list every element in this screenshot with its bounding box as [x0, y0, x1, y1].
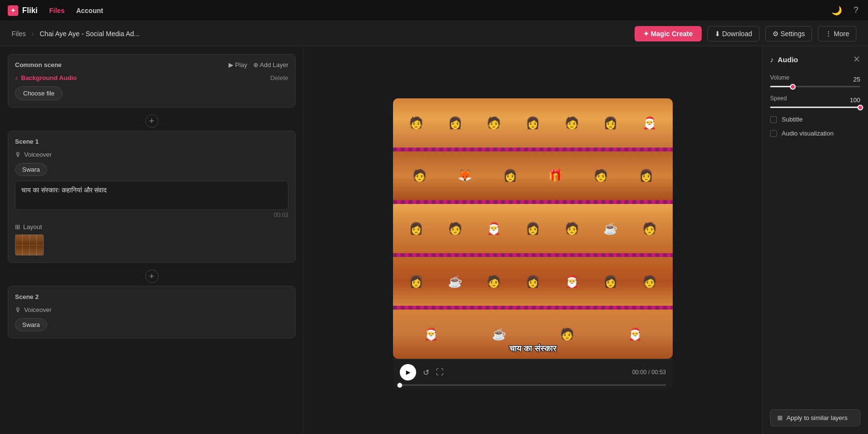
pixel-char-6: 👩	[603, 116, 618, 130]
pixel-char-11: 🎁	[548, 169, 563, 182]
dark-mode-btn[interactable]: 🌙	[829, 3, 844, 18]
rewind-btn[interactable]: ↺	[423, 368, 429, 377]
video-controls: ▶ ↺ ⛶ 00:00 / 00:53	[393, 359, 673, 390]
background-audio-row: ♪ Background Audio Delete	[15, 74, 288, 81]
common-play-btn[interactable]: ▶ Play	[229, 61, 247, 68]
pixel-char-17: 👩	[526, 222, 540, 235]
pixel-char-15: 🧑	[448, 222, 462, 235]
video-preview: 🧑 👩 🧑 👩 🧑 👩 🎅	[393, 98, 673, 359]
subtitle-checkbox[interactable]	[770, 116, 777, 123]
add-layer-btn[interactable]: ⊕ Add Layer	[253, 61, 288, 68]
art-row-4-bg: 👩 ☕ 🧑 👩 🎅 👩 🧑	[393, 257, 673, 306]
audio-viz-checkbox-row[interactable]: Audio visualization	[770, 130, 860, 137]
app-name: Fliki	[22, 6, 38, 15]
magic-create-button[interactable]: ✦ Magic Create	[635, 26, 702, 41]
right-panel: ♪ Audio ✕ Volume 25 Speed 100 Subtitle	[762, 46, 868, 434]
art-row-3: 👩 🧑 🎅 👩 🧑 ☕ 🧑	[393, 204, 673, 253]
speed-slider[interactable]	[770, 107, 860, 108]
download-button[interactable]: ⬇ Download	[707, 26, 760, 41]
time-display: 00:00 / 00:53	[632, 369, 666, 376]
art-row-4: 👩 ☕ 🧑 👩 🎅 👩 🧑	[393, 257, 673, 306]
speed-label: Speed	[770, 95, 787, 102]
breadcrumb-sep: ›	[32, 30, 34, 38]
pixel-char-28: 🎅	[424, 327, 438, 341]
divider-3	[393, 253, 673, 257]
left-panel: Common scene ▶ Play ⊕ Add Layer ♪ Backgr…	[0, 46, 304, 434]
pixel-char-25: 🎅	[565, 275, 579, 288]
pixel-char-23: 🧑	[487, 275, 501, 288]
subtitle-overlay: चाय का संस्कार	[509, 344, 556, 354]
art-row-2-bg: 🧑 🦊 👩 🎁 🧑 👩	[393, 151, 673, 201]
volume-label: Volume	[770, 74, 789, 81]
pixel-char-18: 🧑	[565, 222, 579, 235]
timeline-dot	[397, 383, 402, 388]
video-wrapper: 🧑 👩 🧑 👩 🧑 👩 🎅	[393, 98, 673, 390]
scene2-title: Scene 2	[15, 293, 39, 300]
common-scene-header: Common scene ▶ Play ⊕ Add Layer	[15, 61, 288, 68]
audio-viz-label: Audio visualization	[782, 130, 834, 137]
volume-thumb[interactable]	[790, 84, 796, 90]
layout-thumbnail[interactable]	[15, 234, 44, 256]
scene1-text-input[interactable]: चाय का संस्कारः कहानियां और संवाद	[15, 181, 288, 210]
layout-section: ⊞ Layout	[15, 223, 288, 256]
scene2-card: Scene 2 🎙 Voiceover Swara	[8, 286, 296, 339]
center-panel: 🧑 👩 🧑 👩 🧑 👩 🎅	[304, 46, 762, 434]
art-row-2: 🧑 🦊 👩 🎁 🧑 👩	[393, 151, 673, 201]
delete-audio-btn[interactable]: Delete	[270, 74, 288, 81]
scene1-time: 00:03	[15, 212, 288, 218]
nav-files[interactable]: Files	[49, 7, 65, 14]
divider-1	[393, 148, 673, 151]
subtitle-checkbox-row[interactable]: Subtitle	[770, 116, 860, 123]
close-panel-btn[interactable]: ✕	[853, 54, 860, 65]
controls-row: ▶ ↺ ⛶ 00:00 / 00:53	[400, 364, 666, 380]
play-button[interactable]: ▶	[400, 364, 416, 380]
voiceover-row-2: 🎙 Voiceover	[15, 306, 288, 313]
pixel-char-19: ☕	[603, 222, 618, 235]
add-scene-icon: +	[145, 114, 159, 128]
pixel-char-20: 🧑	[642, 222, 657, 235]
pixel-char-16: 🎅	[487, 222, 501, 235]
volume-value: 25	[854, 76, 860, 83]
scene1-header: Scene 1	[15, 138, 288, 145]
main-layout: Common scene ▶ Play ⊕ Add Layer ♪ Backgr…	[0, 46, 868, 434]
pixel-char-2: 👩	[448, 116, 462, 130]
video-container: 🧑 👩 🧑 👩 🧑 👩 🎅	[304, 54, 762, 434]
volume-slider[interactable]	[770, 86, 860, 87]
apply-similar-btn[interactable]: ⊞ Apply to similar layers	[770, 409, 860, 426]
settings-button[interactable]: ⚙ Settings	[765, 26, 812, 41]
speed-param-row: Speed 100	[770, 95, 860, 105]
breadcrumb-files[interactable]: Files	[12, 30, 26, 38]
speaker-btn-1[interactable]: Swara	[15, 163, 47, 176]
breadcrumb-bar: Files › Chai Aye Aye - Social Media Ad..…	[0, 21, 868, 46]
speed-thumb[interactable]	[857, 105, 863, 110]
scene1-textarea[interactable]: चाय का संस्कारः कहानियां और संवाद	[21, 186, 282, 202]
art-row-1-bg: 🧑 👩 🧑 👩 🧑 👩 🎅	[393, 98, 673, 148]
choose-file-btn[interactable]: Choose file	[15, 86, 63, 100]
apply-similar-icon: ⊞	[777, 414, 783, 421]
add-scene-btn-2[interactable]: +	[8, 270, 296, 283]
add-scene-btn-1[interactable]: +	[8, 114, 296, 128]
help-btn[interactable]: ?	[852, 3, 860, 17]
more-button[interactable]: ⋮ More	[818, 26, 856, 41]
apply-similar-label: Apply to similar layers	[787, 414, 847, 421]
scene1-title: Scene 1	[15, 138, 39, 145]
nav-account[interactable]: Account	[76, 7, 103, 14]
nav-right: 🌙 ?	[829, 3, 860, 18]
voiceover-row-1: 🎙 Voiceover	[15, 151, 288, 158]
layout-label: ⊞ Layout	[15, 223, 288, 231]
fullscreen-btn[interactable]: ⛶	[436, 368, 444, 377]
breadcrumb-project: Chai Aye Aye - Social Media Ad...	[40, 30, 139, 38]
pixel-char-22: ☕	[448, 275, 462, 288]
breadcrumb-actions: ✦ Magic Create ⬇ Download ⚙ Settings ⋮ M…	[635, 26, 856, 41]
scene1-text-area-container: चाय का संस्कारः कहानियां और संवाद 00:03	[15, 181, 288, 218]
pixel-char-1: 🧑	[409, 116, 423, 130]
speaker-btn-2[interactable]: Swara	[15, 318, 47, 331]
timeline-bar[interactable]	[400, 384, 666, 386]
timeline-track[interactable]	[400, 384, 666, 386]
app-logo: ✦ Fliki	[8, 5, 38, 16]
pixel-char-4: 👩	[526, 116, 540, 130]
pixel-char-24: 👩	[526, 275, 540, 288]
pixel-char-31: 🎅	[628, 327, 642, 341]
logo-icon: ✦	[8, 5, 18, 16]
audio-viz-checkbox[interactable]	[770, 130, 777, 137]
